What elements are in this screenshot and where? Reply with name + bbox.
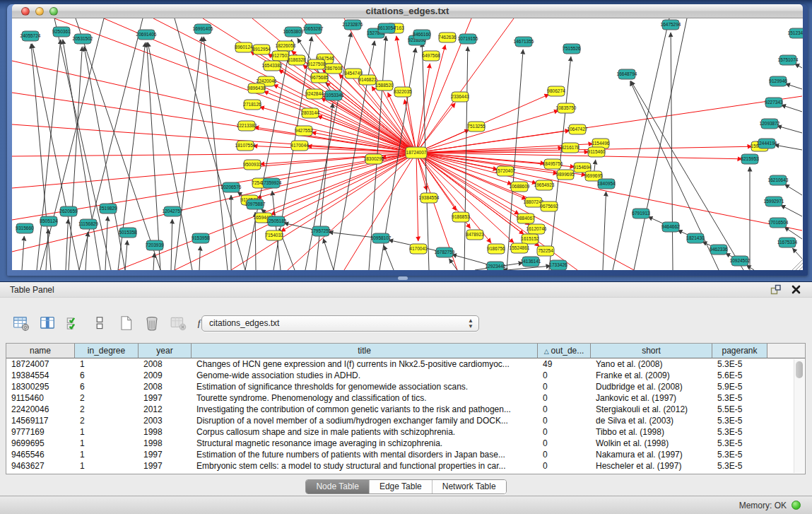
network-node[interactable]: 9129946 [769,76,787,86]
network-node[interactable]: 10924502 [730,256,751,266]
column-header-in_degree[interactable]: in_degree [75,344,139,358]
table-cell[interactable]: 0 [538,370,591,381]
network-node[interactable]: 15751074 [778,55,799,65]
column-header-name[interactable]: name [6,344,75,358]
table-cell[interactable]: 9465546 [6,449,75,460]
table-cell[interactable]: 1 [75,449,139,460]
network-node[interactable]: 9427552 [295,126,313,136]
network-node[interactable]: 24055724 [20,31,41,41]
network-node[interactable]: 16210643 [768,175,789,185]
window-titlebar[interactable]: citations_edges.txt [12,4,803,18]
split-divider-handle[interactable] [398,276,408,280]
network-node[interactable]: 9884067 [517,214,535,223]
network-node[interactable]: 9146821 [358,75,377,85]
vertical-scrollbar[interactable] [794,359,804,473]
network-node[interactable]: 8478923 [466,230,484,240]
network-node[interactable]: 11156829 [78,219,98,229]
network-node[interactable]: 9153958 [192,233,210,243]
column-header-title[interactable]: title [192,344,538,358]
table-cell[interactable]: 9115460 [6,392,75,404]
table-cell[interactable]: Investigating the contribution of common… [192,404,538,415]
table-row[interactable]: 946362711997Embryonic stem cells: a mode… [6,460,805,472]
network-node[interactable]: 12213383 [237,121,257,131]
toolbar-button-table-settings-icon[interactable] [11,313,31,333]
network-node[interactable]: 5015358 [119,228,137,238]
network-node[interactable]: 8960124 [235,42,253,52]
table-cell[interactable]: 5.5E-5 [712,404,767,415]
table-cell[interactable]: 5.3E-5 [712,358,767,370]
network-node[interactable]: 9127503 [271,51,290,61]
network-node[interactable]: 10835750 [556,103,577,113]
network-node[interactable]: 8215953 [741,154,759,164]
table-cell[interactable]: 5.9E-5 [712,381,767,392]
table-cell[interactable]: Estimation of the future numbers of pati… [192,449,538,460]
network-node[interactable]: 20206576 [221,182,242,192]
table-cell[interactable]: 2 [75,415,139,426]
table-cell[interactable]: 1997 [139,392,192,404]
network-node[interactable]: 20531502 [73,34,93,44]
table-cell[interactable]: 5.3E-5 [712,426,767,438]
table-cell[interactable]: Hescheler et al. (1997) [591,460,712,472]
network-hub-node[interactable]: 18724007 [406,147,427,158]
table-cell[interactable]: Nakamura et al. (1997) [591,449,712,460]
network-node[interactable]: 9675692 [540,201,558,211]
network-node[interactable]: 1840954 [597,179,616,189]
network-node[interactable]: 9115460 [588,147,606,157]
network-node[interactable]: 12923446 [486,262,506,270]
table-cell[interactable]: 0 [538,381,591,392]
table-cell[interactable]: 1997 [139,460,192,472]
table-cell[interactable]: 5.3E-5 [712,460,767,472]
network-node[interactable]: 9896438 [247,83,266,93]
table-row[interactable]: 1456911722003Disruption of a novel membe… [6,415,805,426]
table-row[interactable]: 911546021997Tourette syndrome. Phenomeno… [6,392,805,404]
toolbar-button-row-height-icon[interactable] [90,313,110,333]
table-cell[interactable]: Yano et al. (2008) [591,358,712,370]
network-node[interactable]: 18107554 [235,141,256,151]
table-cell[interactable]: 9699695 [6,438,75,449]
network-node[interactable]: 2620659 [59,206,78,216]
network-node[interactable]: 16475294 [661,20,681,30]
network-node[interactable]: 9675685 [310,73,329,83]
network-node[interactable]: 9806274 [547,86,565,96]
table-cell[interactable]: 5.6E-5 [712,370,767,381]
table-cell[interactable]: 1998 [139,426,192,438]
network-node[interactable]: 10653287 [303,24,324,34]
table-cell[interactable]: 18300295 [6,381,75,392]
table-cell[interactable]: de Silva et al. (2003) [591,415,712,426]
table-cell[interactable]: 0 [538,449,591,460]
network-node[interactable]: 8216178 [561,143,579,153]
network-node[interactable]: 2718126 [243,100,261,110]
float-panel-icon[interactable] [770,284,782,296]
table-selector-dropdown[interactable]: citations_edges.txt ▲▼ [201,315,479,332]
toolbar-button-delete-table-icon[interactable] [142,313,162,333]
network-node[interactable]: 8505124 [40,216,58,226]
table-cell[interactable]: 9463627 [6,460,75,472]
network-node[interactable]: 15123456 [788,28,803,38]
table-cell[interactable]: 2003 [139,415,192,426]
network-node[interactable]: 1821430 [686,233,705,243]
table-cell[interactable]: 1 [75,438,139,449]
network-node[interactable]: 10647427 [567,124,588,134]
network-node[interactable]: 16991405 [193,24,213,34]
network-node[interactable]: 16782759 [435,247,455,257]
column-header-short[interactable]: short [591,344,712,358]
table-cell[interactable]: 1 [75,426,139,438]
table-cell[interactable]: Tibbo et al. (1998) [591,426,712,438]
network-node[interactable]: 9242844 [305,89,324,99]
table-cell[interactable]: Corpus callosum shape and size in male p… [192,426,538,438]
table-cell[interactable]: 2008 [139,381,192,392]
network-node[interactable]: 9186853 [452,212,470,222]
network-node[interactable]: 10975887 [245,199,266,209]
table-cell[interactable]: 49 [538,358,591,370]
network-node[interactable]: 18495756 [543,159,563,169]
table-cell[interactable]: 5.3E-5 [712,415,767,426]
network-node[interactable]: 2803144 [301,108,319,118]
table-cell[interactable]: 0 [538,438,591,449]
network-node[interactable]: 9500931 [243,160,261,170]
table-cell[interactable]: Disruption of a novel member of a sodium… [192,415,538,426]
table-cell[interactable]: 0 [538,426,591,438]
tab-network-table[interactable]: Network Table [432,480,506,493]
network-node[interactable]: 18226058 [276,41,296,51]
table-cell[interactable]: 0 [538,415,591,426]
network-node[interactable]: 4170041 [409,244,428,254]
